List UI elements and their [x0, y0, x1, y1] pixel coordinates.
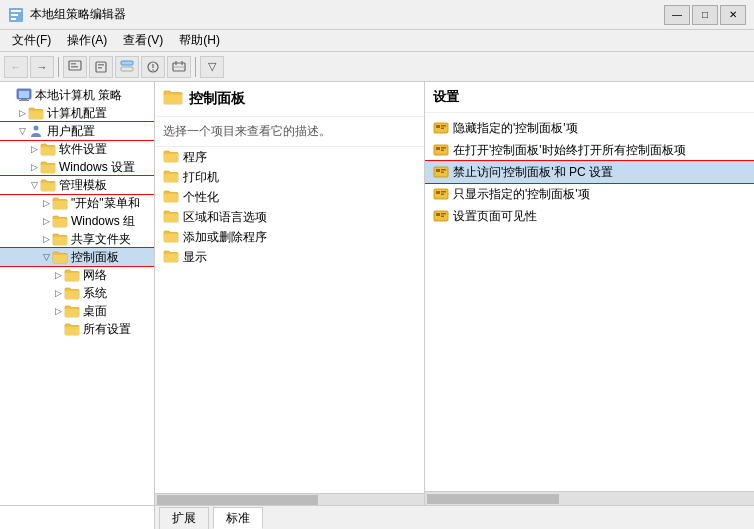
svg-rect-42 — [441, 213, 446, 215]
svg-rect-27 — [441, 128, 444, 130]
window-title: 本地组策略编辑器 — [30, 6, 664, 23]
menu-help[interactable]: 帮助(H) — [171, 30, 228, 51]
toggle-shared: ▷ — [40, 233, 52, 245]
menu-file[interactable]: 文件(F) — [4, 30, 59, 51]
folder-icon-addremove — [163, 229, 179, 246]
svg-rect-9 — [98, 67, 102, 69]
svg-rect-41 — [436, 213, 440, 216]
tree-item-software[interactable]: ▷ 软件设置 — [0, 140, 154, 158]
toggle-start-menu: ▷ — [40, 197, 52, 209]
svg-rect-1 — [11, 10, 21, 12]
menu-action[interactable]: 操作(A) — [59, 30, 115, 51]
svg-rect-31 — [441, 150, 444, 152]
middle-scrollbar[interactable] — [155, 493, 424, 505]
right-scrollbar[interactable] — [425, 491, 754, 505]
svg-point-23 — [34, 126, 39, 131]
svg-rect-39 — [441, 194, 444, 196]
tree-item-windows-group[interactable]: ▷ Windows 组 — [0, 212, 154, 230]
toggle-local-policy — [4, 89, 16, 101]
tree-item-shared[interactable]: ▷ 共享文件夹 — [0, 230, 154, 248]
tree-item-desktop[interactable]: ▷ 桌面 — [0, 302, 154, 320]
middle-list: 程序 打印机 个性化 — [155, 147, 424, 493]
forward-button[interactable]: → — [30, 56, 54, 78]
tree-item-computer-config[interactable]: ▷ 计算机配置 — [0, 104, 154, 122]
middle-panel: 控制面板 选择一个项目来查看它的描述。 程序 — [155, 82, 425, 505]
tree-label-computer-config: 计算机配置 — [47, 105, 107, 122]
right-item-prohibit[interactable]: 禁止访问'控制面板'和 PC 设置 — [425, 161, 754, 183]
middle-item-label-regional: 区域和语言选项 — [183, 209, 267, 226]
folder-icon-computer — [28, 105, 44, 121]
middle-item-display[interactable]: 显示 — [155, 247, 424, 267]
right-item-only-show[interactable]: 只显示指定的'控制面板'项 — [425, 183, 754, 205]
tree-label-admin-templates: 管理模板 — [59, 177, 107, 194]
tab-panel-right: 扩展 标准 — [155, 506, 754, 529]
folder-icon-regional — [163, 209, 179, 226]
toggle-software: ▷ — [28, 143, 40, 155]
menu-view[interactable]: 查看(V) — [115, 30, 171, 51]
middle-item-regional[interactable]: 区域和语言选项 — [155, 207, 424, 227]
svg-rect-43 — [441, 216, 444, 218]
tree-label-control-panel: 控制面板 — [71, 249, 119, 266]
right-item-label-page-visibility: 设置页面可见性 — [453, 208, 537, 225]
folder-icon-control — [52, 249, 68, 265]
toolbar-btn-4[interactable] — [141, 56, 165, 78]
tree-label-user-config: 用户配置 — [47, 123, 95, 140]
folder-icon-personalize — [163, 189, 179, 206]
toolbar-btn-2[interactable] — [89, 56, 113, 78]
tree-item-all-settings[interactable]: 所有设置 — [0, 320, 154, 338]
maximize-button[interactable]: □ — [692, 5, 718, 25]
minimize-button[interactable]: — — [664, 5, 690, 25]
middle-item-add-remove[interactable]: 添加或删除程序 — [155, 227, 424, 247]
svg-rect-4 — [69, 61, 81, 70]
svg-point-14 — [152, 69, 154, 71]
tree-content: 本地计算机 策略 ▷ 计算机配置 ▽ — [0, 82, 154, 505]
right-item-always-open[interactable]: 在打开'控制面板'时始终打开所有控制面板项 — [425, 139, 754, 161]
tab-standard[interactable]: 标准 — [213, 507, 263, 529]
close-button[interactable]: ✕ — [720, 5, 746, 25]
folder-icon-programs — [163, 149, 179, 166]
tree-panel: 本地计算机 策略 ▷ 计算机配置 ▽ — [0, 82, 155, 505]
right-item-page-visibility[interactable]: 设置页面可见性 — [425, 205, 754, 227]
svg-rect-8 — [98, 64, 104, 66]
svg-rect-33 — [436, 169, 440, 172]
right-item-label-hide: 隐藏指定的'控制面板'项 — [453, 120, 578, 137]
back-button[interactable]: ← — [4, 56, 28, 78]
tree-item-start-menu[interactable]: ▷ "开始"菜单和 — [0, 194, 154, 212]
folder-icon-display — [163, 249, 179, 266]
toolbar-btn-3[interactable] — [115, 56, 139, 78]
folder-icon-shared — [52, 231, 68, 247]
folder-icon-wingroup — [52, 213, 68, 229]
right-item-hide-items[interactable]: 隐藏指定的'控制面板'项 — [425, 117, 754, 139]
svg-rect-3 — [11, 18, 16, 20]
toolbar-btn-1[interactable] — [63, 56, 87, 78]
toggle-user-config: ▽ — [16, 125, 28, 137]
right-header: 设置 — [425, 82, 754, 113]
tab-panel-left-space — [0, 506, 155, 529]
tree-item-local-policy[interactable]: 本地计算机 策略 — [0, 86, 154, 104]
setting-icon-prohibit — [433, 164, 449, 180]
svg-rect-6 — [71, 66, 78, 68]
right-item-label-always: 在打开'控制面板'时始终打开所有控制面板项 — [453, 142, 686, 159]
filter-button[interactable]: ▽ — [200, 56, 224, 78]
svg-rect-35 — [441, 172, 444, 174]
user-icon — [28, 123, 44, 139]
tree-item-network[interactable]: ▷ 网络 — [0, 266, 154, 284]
separator-2 — [195, 57, 196, 77]
tree-item-windows-settings[interactable]: ▷ Windows 设置 — [0, 158, 154, 176]
folder-icon-admin — [40, 177, 56, 193]
window-controls[interactable]: — □ ✕ — [664, 5, 746, 25]
tree-item-admin-templates[interactable]: ▽ 管理模板 — [0, 176, 154, 194]
middle-item-personalize[interactable]: 个性化 — [155, 187, 424, 207]
tree-label-windows-settings: Windows 设置 — [59, 159, 135, 176]
svg-rect-34 — [441, 169, 446, 171]
toolbar-btn-5[interactable] — [167, 56, 191, 78]
middle-item-printers[interactable]: 打印机 — [155, 167, 424, 187]
tree-item-user-config[interactable]: ▽ 用户配置 — [0, 122, 154, 140]
tab-expand[interactable]: 扩展 — [159, 507, 209, 529]
middle-item-programs[interactable]: 程序 — [155, 147, 424, 167]
right-panel: 设置 隐藏指定的'控制面板'项 — [425, 82, 754, 505]
tree-item-control-panel[interactable]: ▽ 控制面板 — [0, 248, 154, 266]
tree-item-system[interactable]: ▷ 系统 — [0, 284, 154, 302]
folder-icon-all — [64, 321, 80, 337]
folder-icon-printers — [163, 169, 179, 186]
